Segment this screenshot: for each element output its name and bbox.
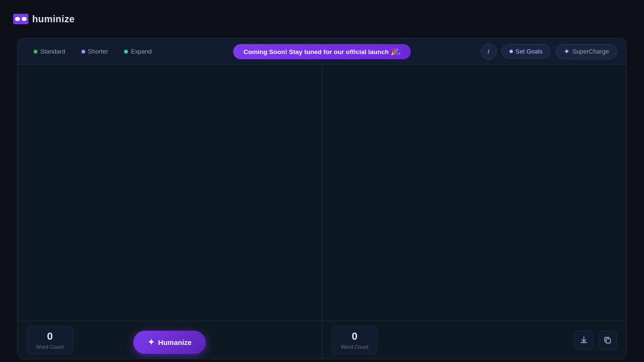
set-goals-dot (510, 50, 513, 53)
mode-standard-button[interactable]: Standard (27, 45, 72, 58)
download-button[interactable] (574, 331, 593, 350)
main-card: Standard Shorter Expand Coming Soon! Sta… (17, 38, 627, 359)
shorter-label: Shorter (88, 48, 108, 55)
right-word-count-label: Word Count (341, 344, 369, 350)
left-bottom: 0 Word Count ✦ Humanize (18, 321, 322, 359)
left-word-count-label: Word Count (36, 344, 64, 350)
expand-dot (124, 50, 128, 54)
set-goals-button[interactable]: Set Goals (501, 44, 551, 59)
bottom-section: 0 Word Count ✦ Humanize 0 Word Count (18, 321, 626, 359)
header: huminize (0, 0, 644, 38)
mode-shorter-button[interactable]: Shorter (75, 45, 115, 58)
mode-expand-button[interactable]: Expand (117, 45, 158, 58)
shorter-dot (81, 50, 85, 54)
announcement-text: Coming Soon! Stay tuned for our official… (243, 48, 400, 55)
svg-rect-0 (13, 14, 28, 24)
left-word-count-number: 0 (47, 330, 53, 343)
download-icon (580, 336, 588, 344)
super-charge-label: SuperCharge (572, 48, 609, 55)
super-charge-button[interactable]: ✦ SuperCharge (555, 44, 617, 59)
svg-rect-3 (606, 339, 610, 343)
right-bottom: 0 Word Count (322, 321, 627, 359)
right-actions (574, 331, 617, 350)
info-icon: i (488, 48, 490, 55)
humanize-button[interactable]: ✦ Humanize (134, 331, 206, 354)
humanize-label: Humanize (158, 338, 192, 346)
standard-label: Standard (40, 48, 65, 55)
left-editor-textarea[interactable] (27, 74, 313, 311)
set-goals-label: Set Goals (516, 48, 543, 55)
right-editor-pane (322, 65, 627, 321)
info-button[interactable]: i (481, 44, 497, 60)
svg-point-1 (16, 17, 20, 21)
editors (18, 65, 626, 321)
logo-icon (13, 14, 28, 24)
left-word-count-box: 0 Word Count (27, 326, 73, 353)
logo: huminize (13, 14, 75, 25)
sparkle-icon: ✦ (148, 337, 154, 347)
toolbar: Standard Shorter Expand Coming Soon! Sta… (18, 38, 626, 65)
announcement-banner: Coming Soon! Stay tuned for our official… (233, 44, 411, 59)
plus-icon: ✦ (564, 48, 570, 55)
svg-point-2 (22, 17, 26, 21)
right-word-count-box: 0 Word Count (332, 326, 378, 353)
logo-text: huminize (32, 14, 75, 25)
right-editor-textarea[interactable] (332, 74, 617, 311)
right-word-count-number: 0 (352, 330, 358, 343)
standard-dot (34, 50, 37, 54)
left-editor-pane (18, 65, 322, 321)
toolbar-right: i Set Goals ✦ SuperCharge (481, 44, 617, 60)
copy-icon (603, 336, 612, 344)
copy-button[interactable] (598, 331, 617, 350)
expand-label: Expand (131, 48, 152, 55)
